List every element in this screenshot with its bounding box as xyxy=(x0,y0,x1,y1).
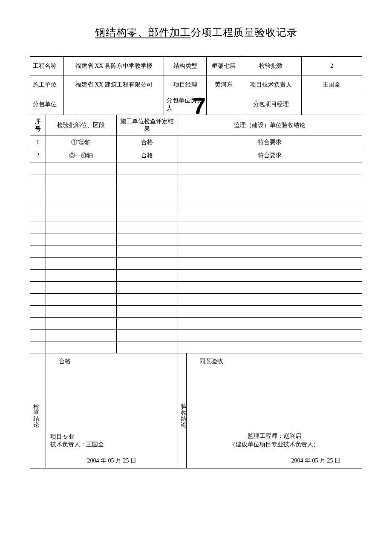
check-date: 2004 年 05 月 25 日 xyxy=(50,457,173,465)
table-row xyxy=(30,162,362,174)
construction-unit-label: 施工单位 xyxy=(30,75,64,94)
row-supervision-result xyxy=(178,162,362,174)
table-row xyxy=(30,270,362,282)
table-row xyxy=(30,306,362,318)
col-seq: 序号 xyxy=(30,115,46,136)
row-location xyxy=(46,258,116,270)
col-construction-result: 施工单位检查评定结果 xyxy=(116,115,178,136)
row-supervision-result xyxy=(178,198,362,210)
inspection-batch-value: 2 xyxy=(301,57,362,75)
subcontract-lead-label: 分包单位负责人 xyxy=(164,94,206,115)
table-row xyxy=(30,282,362,294)
row-location xyxy=(46,222,116,234)
row-supervision-result xyxy=(178,234,362,246)
row-supervision-result xyxy=(178,294,362,306)
row-seq xyxy=(30,270,46,282)
table-row xyxy=(30,246,362,258)
row-construction-result xyxy=(116,294,178,306)
row-seq xyxy=(30,341,46,353)
row-seq xyxy=(30,234,46,246)
row-supervision-result: 符合要求 xyxy=(178,149,362,162)
row-seq xyxy=(30,198,46,210)
row-location xyxy=(46,306,116,318)
row-construction-result xyxy=(116,306,178,318)
row-construction-result xyxy=(116,174,178,186)
table-row xyxy=(30,198,362,210)
row-location xyxy=(46,341,116,353)
accept-signer-line2: （建设单位项目专业技术负责人） xyxy=(191,441,357,448)
row-construction-result xyxy=(116,318,178,330)
row-seq xyxy=(30,258,46,270)
row-seq xyxy=(30,174,46,186)
tech-lead-value: 王国全 xyxy=(301,75,362,94)
project-name-label: 工程名称 xyxy=(30,57,64,75)
row-supervision-result xyxy=(178,306,362,318)
col-location: 检验批部位、区段 xyxy=(46,115,116,136)
row-supervision-result xyxy=(178,222,362,234)
acceptance-record-table: 工程名称 福建省 XX 县陈东中学教学楼 结构类型 框架七层 检验批数 2 施工… xyxy=(30,56,362,468)
col-supervision-result: 监理（建设）单位验收结论 xyxy=(178,115,362,136)
accept-date: 2004 年 05 月 25 日 xyxy=(191,457,357,465)
structure-type-value: 框架七层 xyxy=(206,57,241,75)
subcontract-pm-label: 分包项目经理 xyxy=(241,94,301,115)
row-supervision-result xyxy=(178,210,362,222)
check-conclusion-body: 合格 项目专业 技术负责人：王国全 2004 年 05 月 25 日 xyxy=(46,353,178,468)
tech-lead-label: 项目技术负责人 xyxy=(241,75,301,94)
structure-type-label: 结构类型 xyxy=(164,57,206,75)
row-seq xyxy=(30,330,46,341)
row-location xyxy=(46,294,116,306)
row-supervision-result xyxy=(178,341,362,353)
row-seq xyxy=(30,222,46,234)
row-supervision-result xyxy=(178,330,362,341)
table-row xyxy=(30,174,362,186)
row-supervision-result xyxy=(178,318,362,330)
table-row xyxy=(30,234,362,246)
row-location xyxy=(46,174,116,186)
row-seq xyxy=(30,306,46,318)
table-row xyxy=(30,294,362,306)
row-location xyxy=(46,234,116,246)
row-location xyxy=(46,270,116,282)
row-location xyxy=(46,210,116,222)
title-rest: 分项工程质量验收记录 xyxy=(191,27,297,38)
row-location xyxy=(46,186,116,198)
row-supervision-result: 符合要求 xyxy=(178,136,362,149)
page-title: 钢结构零、部件加工分项工程质量验收记录 xyxy=(30,26,362,39)
construction-unit-value: 福建省 XX 建筑工程有限公司 xyxy=(64,75,164,94)
row-seq xyxy=(30,162,46,174)
row-seq xyxy=(30,246,46,258)
row-construction-result xyxy=(116,198,178,210)
table-row xyxy=(30,258,362,270)
table-row xyxy=(30,210,362,222)
row-location xyxy=(46,246,116,258)
row-location xyxy=(46,198,116,210)
row-supervision-result xyxy=(178,186,362,198)
row-seq: 1 xyxy=(30,136,46,149)
table-row xyxy=(30,318,362,330)
row-location xyxy=(46,318,116,330)
row-construction-result xyxy=(116,246,178,258)
title-underlined: 钢结构零、部件加工 xyxy=(95,27,191,38)
row-construction-result xyxy=(116,341,178,353)
row-seq xyxy=(30,318,46,330)
check-conclusion-label: 检查结论 xyxy=(30,353,46,468)
row-seq: 2 xyxy=(30,149,46,162)
row-construction-result xyxy=(116,258,178,270)
row-construction-result xyxy=(116,222,178,234)
table-row xyxy=(30,341,362,353)
accept-signer-line1: 监理工程师：赵兴启 xyxy=(191,432,357,440)
row-location xyxy=(46,282,116,294)
row-supervision-result xyxy=(178,174,362,186)
subcontract-lead-value xyxy=(206,94,241,115)
accept-result: 同意验收 xyxy=(191,357,357,365)
project-manager-value: 黄河东 xyxy=(206,75,241,94)
row-supervision-result xyxy=(178,246,362,258)
table-row: 1①˜⑤轴合格符合要求 xyxy=(30,136,362,149)
row-construction-result xyxy=(116,210,178,222)
accept-conclusion-body: 同意验收 监理工程师：赵兴启 （建设单位项目专业技术负责人） 2004 年 05… xyxy=(187,353,362,468)
row-supervision-result xyxy=(178,258,362,270)
table-row: 2⑥一⑩轴合格符合要求 xyxy=(30,149,362,162)
row-construction-result xyxy=(116,282,178,294)
row-construction-result: 合格 xyxy=(116,149,178,162)
row-seq xyxy=(30,282,46,294)
